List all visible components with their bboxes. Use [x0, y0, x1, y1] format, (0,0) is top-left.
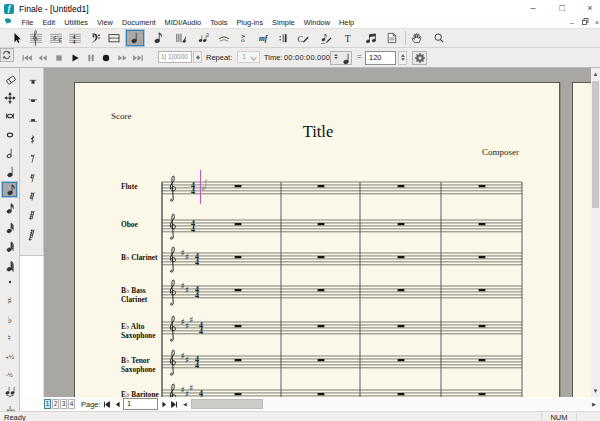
first-page-button[interactable]	[102, 399, 111, 409]
simple-entry-sharp-button[interactable]: ♯	[2, 293, 17, 308]
menu-plug-ins[interactable]: Plug-ins	[232, 17, 268, 28]
simple-entry-half-note-button[interactable]	[2, 146, 17, 161]
simple-entry-tool-button[interactable]	[126, 30, 144, 46]
tempo-unit-button[interactable]	[330, 51, 352, 65]
rest-whole-rest-button[interactable]	[25, 93, 40, 108]
selection-tool-button[interactable]	[8, 30, 26, 46]
rest-thirty-second-rest-button[interactable]	[25, 189, 40, 204]
smart-shape-tool-button[interactable]	[215, 30, 233, 46]
zoom-tool-button[interactable]	[430, 30, 448, 46]
simple-entry-half-step-down-button[interactable]: -½	[2, 366, 17, 381]
simple-entry-natural-button[interactable]: ♮	[2, 330, 17, 345]
menu-edit[interactable]: Edit	[38, 17, 60, 28]
maximize-button[interactable]: □	[548, 0, 576, 17]
simple-entry-eighth-note-button[interactable]	[2, 182, 17, 197]
child-minimize-button[interactable]: –	[567, 18, 577, 27]
view-button-2[interactable]: 2	[52, 399, 59, 409]
repeat-dropdown[interactable]: 1	[237, 51, 260, 63]
simple-entry-tie-button[interactable]	[2, 385, 17, 400]
simple-entry-double-whole-note-button[interactable]	[2, 109, 17, 124]
menu-window[interactable]: Window	[299, 17, 334, 28]
hyperscribe-tool-button[interactable]	[172, 30, 190, 46]
skip-to-end-button[interactable]	[130, 50, 146, 65]
menu-utilities[interactable]: Utilities	[60, 17, 93, 28]
menu-file[interactable]: File	[17, 17, 38, 28]
tempo-spinner[interactable]	[398, 51, 407, 65]
rest-sixteenth-rest-button[interactable]	[25, 170, 40, 185]
play-button[interactable]	[67, 50, 83, 65]
spinner-down-icon[interactable]	[401, 58, 405, 61]
time-signature-tool-button[interactable]: 44	[66, 30, 84, 46]
tuplet-tool-button[interactable]: 3	[194, 30, 212, 46]
score-page-1[interactable]: Score Title Composer 44Flute44Oboe♯♯44B♭…	[74, 82, 560, 397]
score-page-2[interactable]	[572, 82, 591, 397]
simple-entry-hundred-twenty-eighth-note-button[interactable]	[2, 256, 17, 271]
scroll-down-arrow[interactable]: ▼	[591, 385, 600, 397]
simple-entry-eraser-button[interactable]	[2, 72, 17, 87]
menu-document[interactable]: Document	[117, 17, 160, 28]
horizontal-scrollbar[interactable]: ◀ ▶	[180, 398, 600, 410]
scroll-right-arrow[interactable]: ▶	[589, 398, 599, 410]
lyrics-tool-button[interactable]	[317, 30, 335, 46]
articulation-tool-button[interactable]: o	[235, 30, 253, 46]
minimize-button[interactable]: –	[519, 0, 547, 17]
simple-entry-quarter-note-button[interactable]	[2, 164, 17, 179]
record-button[interactable]	[98, 50, 114, 65]
menu-tools[interactable]: Tools	[206, 17, 232, 28]
rest-eighth-rest-button[interactable]	[25, 151, 40, 166]
menu-simple[interactable]: Simple	[268, 17, 300, 28]
score-viewport[interactable]: Score Title Composer 44Flute44Oboe♯♯44B♭…	[44, 68, 591, 397]
close-button[interactable]: ×	[576, 0, 600, 17]
horizontal-scroll-thumb[interactable]	[191, 399, 263, 409]
child-close-button[interactable]: ×	[592, 18, 600, 27]
staff-tool-button[interactable]	[27, 30, 45, 46]
spinner-down-icon[interactable]	[196, 57, 200, 60]
expression-tool-button[interactable]: mf	[255, 30, 273, 46]
menu-midi-audio[interactable]: MIDI/Audio	[160, 17, 206, 28]
skip-to-start-button[interactable]	[19, 50, 35, 65]
loop-playback-button[interactable]	[0, 48, 14, 62]
simple-entry-repitch-button[interactable]	[2, 90, 17, 105]
page-layout-tool-button[interactable]	[383, 30, 401, 46]
rest-double-whole-rest-button[interactable]	[25, 74, 40, 89]
rest-sixty-fourth-rest-button[interactable]	[25, 208, 40, 223]
chord-tool-button[interactable]: C	[294, 30, 312, 46]
simple-entry-sixty-fourth-note-button[interactable]	[2, 238, 17, 253]
vertical-scrollbar[interactable]: ▲ ▼	[591, 68, 600, 397]
simple-entry-sixteenth-note-button[interactable]	[2, 201, 17, 216]
menu-view[interactable]: View	[93, 17, 118, 28]
hand-grabber-tool-button[interactable]	[408, 30, 426, 46]
view-button-1[interactable]: 1	[44, 399, 51, 409]
scroll-left-arrow[interactable]: ◀	[180, 398, 190, 410]
vertical-scroll-thumb[interactable]	[592, 81, 599, 208]
rest-quarter-rest-button[interactable]	[25, 132, 40, 147]
next-page-button[interactable]	[160, 399, 169, 409]
tempo-field[interactable]: 120	[365, 51, 396, 65]
rest-half-rest-button[interactable]	[25, 112, 40, 127]
scroll-up-arrow[interactable]: ▲	[591, 68, 600, 80]
measure-counter-field[interactable]: 1| 1|0000	[158, 51, 192, 63]
simple-entry-whole-note-button[interactable]	[2, 127, 17, 142]
fast-forward-button[interactable]	[114, 50, 130, 65]
view-button-3[interactable]: 3	[60, 399, 67, 409]
simple-entry-half-step-up-button[interactable]: +½	[2, 348, 17, 363]
menu-help[interactable]: Help	[335, 17, 359, 28]
playback-settings-button[interactable]	[412, 51, 427, 65]
rewind-button[interactable]	[35, 50, 51, 65]
pause-button[interactable]	[83, 50, 99, 65]
simple-entry-flat-button[interactable]: ♭	[2, 311, 17, 326]
counter-spinner[interactable]	[193, 51, 202, 63]
simple-entry-thirty-second-note-button[interactable]	[2, 219, 17, 234]
repeat-tool-button[interactable]	[275, 30, 293, 46]
key-signature-tool-button[interactable]: ♯	[47, 30, 65, 46]
measure-tool-button[interactable]	[105, 30, 123, 46]
clef-tool-button[interactable]	[86, 30, 104, 46]
page-number-field[interactable]: 1	[123, 398, 158, 410]
speedy-entry-tool-button[interactable]	[149, 30, 167, 46]
last-page-button[interactable]	[170, 399, 179, 409]
previous-page-button[interactable]	[113, 399, 122, 409]
view-button-4[interactable]: 4	[68, 399, 75, 409]
simple-entry-augmentation-dot-button[interactable]	[2, 274, 17, 289]
spinner-up-icon[interactable]	[401, 54, 405, 57]
rest-hundred-twenty-eighth-rest-button[interactable]	[25, 228, 40, 243]
